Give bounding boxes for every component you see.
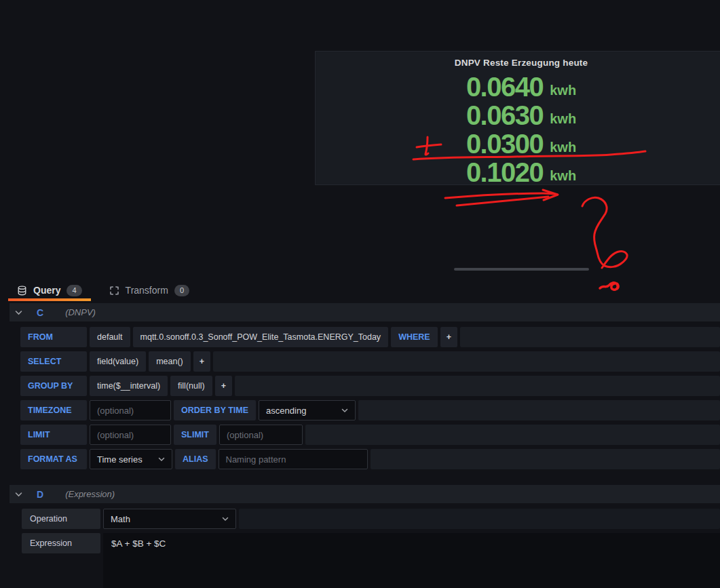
group-by-label: GROUP BY	[20, 376, 87, 396]
aggregation-segment[interactable]: mean()	[149, 351, 191, 372]
chevron-down-icon	[15, 310, 23, 315]
editor-tabbar: Query 4 Transform 0	[0, 280, 720, 300]
add-where-button[interactable]: +	[440, 327, 457, 347]
annotation-squiggle	[582, 197, 627, 268]
stat-value-line: 0.0640 kwh	[316, 73, 720, 101]
timezone-label: TIMEZONE	[20, 400, 87, 420]
group-by-time-segment[interactable]: time($__interval)	[90, 376, 168, 396]
from-row: FROM default mqtt.0.sonoff.0.3_Sonoff_PO…	[20, 327, 720, 347]
alias-label: ALIAS	[175, 449, 216, 469]
expression-row: Expression $A + $B + $C	[22, 533, 720, 588]
retention-policy-segment[interactable]: default	[90, 327, 130, 347]
annotation-arrow-line	[445, 193, 557, 198]
resize-handle[interactable]	[454, 268, 589, 271]
stat-value: 0.1020	[466, 159, 543, 186]
tab-transform-label: Transform	[126, 285, 168, 296]
chevron-down-icon	[341, 408, 348, 413]
expression-editor[interactable]: $A + $B + $C	[103, 533, 720, 588]
from-label: FROM	[20, 327, 87, 347]
stat-unit: kwh	[550, 83, 576, 97]
where-label: WHERE	[391, 327, 438, 347]
operation-select[interactable]: Math	[103, 509, 236, 529]
query-c-header[interactable]: C (DNPV)	[10, 303, 720, 321]
alias-input[interactable]	[219, 449, 368, 469]
row-filler	[460, 327, 720, 347]
query-ref-id: C	[37, 307, 43, 318]
field-segment[interactable]: field(value)	[90, 351, 146, 372]
query-editor: Query 4 Transform 0 C (DNPV) FROM	[0, 280, 720, 588]
slimit-input[interactable]	[219, 425, 303, 445]
timezone-input[interactable]	[90, 400, 171, 420]
operation-row: Operation Math	[22, 509, 720, 529]
order-by-time-select[interactable]: ascending	[259, 400, 356, 420]
stat-values: 0.0640 kwh 0.0630 kwh 0.0300 kwh 0.1020 …	[316, 73, 720, 187]
limit-row: LIMIT SLIMIT	[20, 425, 720, 445]
slimit-label: SLIMIT	[174, 425, 216, 445]
measurement-segment[interactable]: mqtt.0.sonoff.0.3_Sonoff_POW_Elite_Tasmo…	[133, 327, 389, 347]
operation-value: Math	[111, 514, 130, 524]
chevron-down-icon	[15, 492, 23, 497]
database-icon	[17, 286, 27, 296]
query-type-label: (Expression)	[65, 489, 115, 499]
chevron-down-icon	[222, 517, 229, 522]
stat-value-line: 0.0630 kwh	[316, 101, 720, 130]
format-as-row: FORMAT AS Time series ALIAS	[20, 449, 720, 469]
row-filler	[213, 351, 720, 372]
row-filler	[239, 509, 720, 529]
limit-input[interactable]	[90, 425, 171, 445]
query-c-rows: FROM default mqtt.0.sonoff.0.3_Sonoff_PO…	[20, 327, 720, 469]
format-as-value: Time series	[97, 454, 143, 465]
group-by-row: GROUP BY time($__interval) fill(null) +	[20, 376, 720, 396]
order-by-time-label: ORDER BY TIME	[174, 400, 256, 420]
row-filler	[371, 449, 720, 469]
stat-panel: DNPV Reste Erzeugung heute 0.0640 kwh 0.…	[315, 51, 720, 185]
stat-value: 0.0300	[466, 130, 543, 157]
stat-unit: kwh	[550, 169, 576, 182]
select-label: SELECT	[20, 351, 87, 372]
order-by-time-value: ascending	[266, 406, 306, 416]
select-row: SELECT field(value) mean() +	[20, 351, 720, 372]
fill-segment[interactable]: fill(null)	[170, 376, 212, 396]
operation-label: Operation	[22, 509, 100, 529]
add-select-button[interactable]: +	[193, 351, 210, 372]
stat-value: 0.0630	[466, 102, 543, 129]
query-count-badge: 4	[67, 285, 81, 296]
add-group-by-button[interactable]: +	[215, 376, 232, 396]
annotation-arrow-line	[457, 197, 548, 205]
limit-label: LIMIT	[20, 425, 87, 445]
query-type-label: (DNPV)	[65, 307, 96, 317]
tab-transform[interactable]: Transform 0	[100, 280, 198, 300]
expression-value: $A + $B + $C	[111, 538, 166, 549]
row-filler	[235, 376, 720, 396]
stat-value-line: 0.0300 kwh	[316, 130, 720, 158]
query-d-header[interactable]: D (Expression)	[10, 485, 720, 503]
expression-label: Expression	[22, 533, 100, 553]
row-filler	[358, 400, 720, 420]
timezone-row: TIMEZONE ORDER BY TIME ascending	[20, 400, 720, 420]
stat-value: 0.0640	[466, 73, 543, 100]
stat-unit: kwh	[550, 140, 576, 154]
tab-query-label: Query	[33, 285, 60, 296]
query-ref-id: D	[37, 489, 43, 500]
chevron-down-icon	[158, 457, 165, 462]
format-as-select[interactable]: Time series	[90, 449, 172, 469]
query-d-rows: Operation Math Expression $A + $B + $C	[22, 509, 720, 588]
panel-title: DNPV Reste Erzeugung heute	[316, 58, 720, 68]
tab-query[interactable]: Query 4	[8, 280, 91, 300]
format-as-label: FORMAT AS	[20, 449, 87, 469]
stat-unit: kwh	[550, 112, 576, 125]
transform-count-badge: 0	[174, 285, 189, 296]
stat-value-line: 0.1020 kwh	[316, 158, 720, 187]
annotation-arrow-head	[543, 190, 558, 200]
transform-icon	[109, 286, 119, 296]
row-filler	[305, 425, 720, 445]
